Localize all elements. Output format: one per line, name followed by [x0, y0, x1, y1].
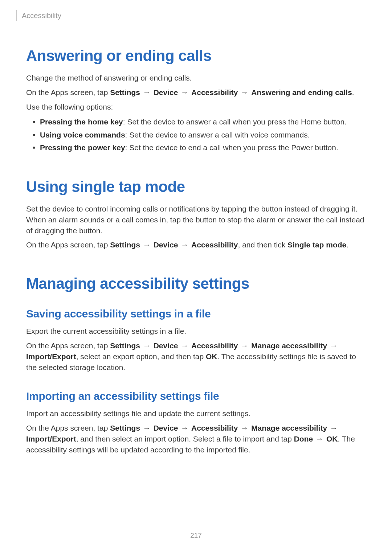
subheading-importing: Importing an accessibility settings file [26, 390, 366, 402]
nav-step: Device [154, 424, 178, 432]
options-list: Pressing the home key: Set the device to… [26, 116, 366, 153]
nav-step: Accessibility [191, 341, 238, 350]
nav-step: Device [154, 88, 178, 97]
options-lead: Use the following options: [26, 102, 366, 112]
section-single-tap: Using single tap mode Set the device to … [26, 178, 366, 250]
nav-step: Manage accessibility [251, 341, 327, 350]
nav-prefix: On the Apps screen, tap [26, 88, 110, 97]
nav-step: Accessibility [191, 241, 238, 249]
arrow-icon: → [140, 241, 154, 249]
nav-step: Manage accessibility [251, 424, 327, 432]
mid-text: , and then select an import option. Sele… [76, 435, 294, 443]
arrow-icon: → [178, 341, 191, 350]
arrow-icon: → [327, 424, 338, 432]
nav-path: On the Apps screen, tap Settings → Devic… [26, 423, 366, 455]
arrow-icon: → [178, 424, 191, 432]
nav-path: On the Apps screen, tap Settings → Devic… [26, 87, 366, 98]
tail-after: . [346, 241, 348, 249]
nav-step: Settings [110, 341, 140, 350]
arrow-icon: → [327, 341, 338, 350]
nav-prefix: On the Apps screen, tap [26, 241, 110, 249]
heading-single-tap: Using single tap mode [26, 178, 366, 196]
heading-managing: Managing accessibility settings [26, 275, 366, 292]
option-desc: : Set the device to answer a call with v… [125, 131, 310, 139]
subheading-saving: Saving accessibility settings in a file [26, 308, 366, 320]
option-desc: : Set the device to answer a call when y… [123, 118, 347, 126]
nav-step: Settings [110, 424, 140, 432]
arrow-icon: → [238, 341, 251, 350]
option-term: Pressing the home key [40, 118, 123, 126]
page-header: Accessibility [16, 10, 366, 21]
arrow-icon: → [178, 241, 191, 249]
heading-answering-calls: Answering or ending calls [26, 47, 366, 65]
option-desc: : Set the device to end a call when you … [125, 143, 338, 152]
ok-label: OK [206, 352, 217, 361]
subsection-saving: Saving accessibility settings in a file … [26, 308, 366, 373]
nav-path: On the Apps screen, tap Settings → Devic… [26, 239, 366, 250]
document-page: Accessibility Answering or ending calls … [0, 0, 392, 473]
nav-step: Device [154, 341, 178, 350]
tail-bold: Single tap mode [287, 241, 346, 249]
arrow-icon: → [140, 424, 154, 432]
header-section-label: Accessibility [22, 12, 61, 20]
nav-step: Settings [110, 241, 140, 249]
list-item: Using voice commands: Set the device to … [40, 129, 366, 141]
nav-step: Answering and ending calls [251, 88, 352, 97]
nav-suffix: . [352, 88, 354, 97]
arrow-icon: → [313, 435, 326, 443]
nav-step: Accessibility [191, 424, 238, 432]
arrow-icon: → [178, 88, 191, 97]
subsection-importing: Importing an accessibility settings file… [26, 390, 366, 455]
nav-prefix: On the Apps screen, tap [26, 341, 110, 350]
arrow-icon: → [140, 341, 154, 350]
list-item: Pressing the home key: Set the device to… [40, 116, 366, 128]
intro-text: Change the method of answering or ending… [26, 73, 366, 83]
nav-step: Device [154, 241, 178, 249]
arrow-icon: → [238, 424, 251, 432]
arrow-icon: → [238, 88, 251, 97]
list-item: Pressing the power key: Set the device t… [40, 141, 366, 153]
page-number: 217 [0, 532, 392, 539]
tail-before: , and then tick [238, 241, 287, 249]
section-answering-calls: Answering or ending calls Change the met… [26, 47, 366, 153]
option-term: Pressing the power key [40, 143, 125, 152]
nav-path: On the Apps screen, tap Settings → Devic… [26, 340, 366, 373]
nav-prefix: On the Apps screen, tap [26, 424, 110, 432]
ok-label: OK [326, 435, 338, 443]
nav-step: Import/Export [26, 435, 76, 443]
nav-step: Settings [110, 88, 140, 97]
nav-step: Accessibility [191, 88, 238, 97]
nav-step: Import/Export [26, 352, 76, 361]
mid-text: , select an export option, and then tap [76, 352, 206, 361]
done-label: Done [294, 435, 313, 443]
intro-text: Export the current accessibility setting… [26, 326, 366, 337]
intro-text: Import an accessibility settings file an… [26, 408, 366, 419]
option-term: Using voice commands [40, 131, 125, 139]
section-managing-settings: Managing accessibility settings Saving a… [26, 275, 366, 455]
intro-text: Set the device to control incoming calls… [26, 204, 366, 236]
arrow-icon: → [140, 88, 154, 97]
